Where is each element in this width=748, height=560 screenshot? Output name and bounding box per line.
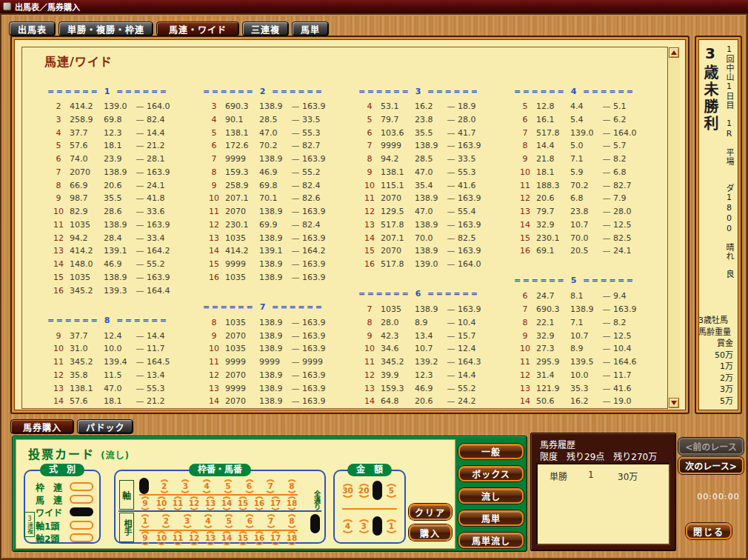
bet-type-mark-oval[interactable] (70, 521, 93, 530)
prev-race-button[interactable]: <前のレース (678, 438, 744, 455)
number-mark-oval[interactable]: 11 (172, 531, 184, 545)
number-mark-oval[interactable]: 13 (204, 496, 216, 510)
number-mark-oval[interactable]: 14 (221, 531, 233, 545)
umaren-odds: 159.3 (381, 384, 415, 393)
amount-mark-oval[interactable] (373, 481, 382, 500)
wide-odds-high: 55.3 (302, 128, 336, 138)
tab-top-4[interactable]: 三連複 (242, 21, 289, 36)
number-mark-oval[interactable]: 8 (286, 514, 298, 528)
history-list: 単勝130万 (536, 463, 670, 545)
number-mark-oval[interactable] (139, 478, 149, 494)
odds-separator: — (444, 101, 458, 111)
number-mark-oval[interactable]: 13 (204, 531, 216, 545)
bet-type-mark-oval[interactable] (70, 507, 93, 516)
number-mark-oval[interactable]: 10 (156, 496, 167, 510)
wide-odds-low: 12.3 (104, 128, 133, 138)
number-mark-oval[interactable]: 17 (270, 531, 281, 545)
umaren-odds: 129.5 (381, 207, 415, 216)
number-mark-oval[interactable]: 6 (244, 514, 256, 528)
number-mark-oval[interactable]: 2 (160, 514, 172, 528)
mode-button-3[interactable]: 流し (458, 488, 524, 504)
wide-odds-low: 139.1 (259, 246, 289, 256)
number-mark-oval[interactable]: 18 (286, 531, 298, 545)
bet-type-mark-oval[interactable] (70, 533, 93, 542)
horse-number: 8 (203, 167, 225, 177)
number-mark-oval[interactable]: 2 (158, 479, 170, 493)
wide-odds-low: 138.9 (259, 344, 289, 353)
horse-number: 10 (358, 181, 381, 190)
bet-type-mark-oval[interactable] (70, 495, 93, 504)
tab-bottom-2[interactable]: パドック (77, 419, 133, 434)
umaren-odds: 27.3 (536, 344, 570, 353)
wide-odds-low: 9999 (259, 410, 289, 411)
odds-separator: — (289, 154, 302, 164)
mode-button-5[interactable]: 馬単流し (458, 533, 524, 548)
mode-button-2[interactable]: ボックス (458, 466, 524, 481)
number-mark-oval[interactable]: 18 (286, 496, 298, 510)
number-mark-oval[interactable]: 4 (202, 514, 214, 528)
odds-row: 3690.3138.9—163.9 (203, 100, 336, 113)
tab-top-1[interactable]: 出馬表 (9, 21, 56, 36)
number-mark-oval[interactable]: 16 (253, 531, 265, 545)
amount-mark-oval[interactable]: 5 (384, 484, 398, 498)
wide-odds-high: 18.9 (458, 101, 492, 111)
wide-odds-high: 28.1 (147, 154, 181, 164)
mode-button-1[interactable]: 一般 (458, 444, 524, 459)
tab-top-5[interactable]: 馬単 (292, 21, 329, 36)
horse-number: 15 (358, 246, 381, 256)
umaren-odds: 9999 (225, 154, 259, 164)
number-mark-oval[interactable]: 6 (244, 479, 256, 493)
amount-mark-oval[interactable]: 4 (341, 519, 355, 533)
horse-number: 8 (358, 318, 381, 327)
number-mark-oval[interactable]: 4 (201, 479, 213, 493)
number-mark-oval[interactable]: 15 (237, 531, 249, 545)
number-mark-oval[interactable]: 3 (179, 479, 191, 493)
horse-number: 9 (203, 331, 225, 341)
umaren-odds: 18.1 (536, 167, 570, 177)
next-race-button[interactable]: 次のレース> (678, 457, 744, 474)
tab-top-3[interactable]: 馬連・ワイド (156, 21, 239, 36)
bet-type-mark-oval[interactable] (70, 482, 93, 491)
tab-bottom-1[interactable]: 馬券購入 (10, 419, 74, 434)
number-mark-oval[interactable]: 7 (264, 479, 276, 493)
amount-mark-oval[interactable]: 30 (341, 484, 355, 498)
number-mark-oval[interactable]: 3 (181, 514, 193, 528)
number-mark-oval[interactable]: 12 (188, 531, 200, 545)
number-mark-oval[interactable]: 14 (221, 496, 233, 510)
number-mark-oval[interactable]: 15 (237, 496, 249, 510)
number-mark-oval[interactable]: 7 (265, 514, 277, 528)
number-mark-oval[interactable]: 9 (139, 531, 151, 545)
amount-mark-oval[interactable]: 20 (357, 484, 371, 498)
wide-odds-high: 11.7 (613, 370, 647, 380)
scroll-up-button[interactable] (669, 47, 679, 58)
wide-odds-low: 7.1 (570, 318, 600, 327)
scroll-down-button[interactable] (669, 398, 679, 408)
number-mark-oval[interactable]: 16 (253, 496, 265, 510)
odds-column-3: ====== 3 ======453.116.2—18.9579.723.8—2… (358, 47, 499, 411)
umaren-odds: 90.1 (225, 115, 259, 124)
number-mark-oval[interactable]: 11 (172, 496, 184, 510)
horse-number: 7 (514, 128, 536, 138)
odds-scrollbar[interactable] (667, 47, 680, 409)
number-mark-oval[interactable]: 12 (188, 496, 200, 510)
number-mark-oval[interactable]: 8 (286, 479, 298, 493)
number-mark-oval[interactable]: 5 (223, 514, 235, 528)
clear-button[interactable]: クリア (409, 504, 452, 520)
wide-odds-low: 139.4 (104, 357, 133, 367)
number-mark-oval[interactable]: 10 (156, 531, 167, 545)
number-mark-oval[interactable]: 5 (222, 479, 234, 493)
all-combinations-mark[interactable] (310, 514, 320, 533)
close-button[interactable]: 閉じる (686, 523, 732, 539)
odds-row: 15414.2139.3—164.4 (358, 408, 492, 411)
umaren-odds: 1035 (225, 318, 259, 327)
tab-top-2[interactable]: 単勝・複勝・枠連 (59, 21, 153, 36)
number-mark-oval[interactable]: 9 (139, 496, 151, 510)
buy-button[interactable]: 購入 (409, 524, 452, 541)
umaren-odds: 2070 (381, 193, 415, 203)
amount-mark-oval[interactable]: 1 (384, 519, 398, 533)
number-mark-oval[interactable]: 1 (139, 514, 151, 528)
amount-mark-oval[interactable]: 3 (357, 519, 371, 533)
number-mark-oval[interactable]: 17 (270, 496, 281, 510)
mode-button-4[interactable]: 馬単 (458, 510, 524, 526)
amount-mark-oval[interactable] (373, 516, 382, 536)
